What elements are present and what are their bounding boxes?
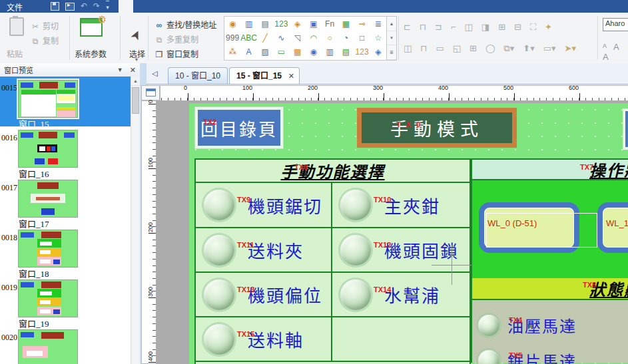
object-icon[interactable]: ▦ [294,48,301,56]
align-icon[interactable]: ⊓ [420,43,427,54]
align-icon[interactable]: ⌐ [451,22,456,33]
align-icon[interactable]: ◱ [453,43,461,54]
lamp-sphere[interactable] [204,235,234,266]
align-icon[interactable]: ⊏ [404,22,411,33]
object-icon[interactable]: ▤ [261,20,268,28]
object-icon[interactable]: ◉ [229,20,236,28]
object-icon[interactable]: ▥ [245,20,252,28]
scrollbar-thumb[interactable] [132,87,139,114]
lamp-sphere[interactable] [204,190,234,220]
function-cell[interactable]: 送料夾 TX11 [196,228,332,273]
find-replace-address-button[interactable]: ∞查找/替换地址 [155,19,216,30]
ribbon-tab[interactable] [148,0,162,13]
tab-window-15[interactable]: 15 - 窗口_15✕ [229,67,300,84]
gallery-scroll-button[interactable]: ≣ [387,45,396,60]
object-icon[interactable]: ▨ [261,48,268,56]
window-thumbnail[interactable] [18,180,78,218]
object-icon[interactable]: ◈ [375,48,381,56]
window-copy-button[interactable]: ❐窗口复制 [155,48,198,59]
status-lamp[interactable]: 油壓馬達 TX4 [478,313,577,337]
object-icon[interactable]: ABC [240,34,257,42]
function-cell[interactable]: 機頭固鎖 TX12 [332,228,470,273]
tab-window-10[interactable]: 10 - 窗口_10 [168,67,228,84]
function-cell[interactable]: 水幫浦 TX14 [332,273,470,317]
window-thumbnail[interactable] [18,329,78,364]
align-icon[interactable]: ◨ [481,22,489,33]
object-icon[interactable]: ☆ [374,34,382,42]
window-thumbnail[interactable] [18,230,78,268]
ribbon-tab[interactable] [119,0,133,13]
ribbon-tab[interactable] [162,0,177,13]
scroll-up-icon[interactable]: ▲ [131,77,140,86]
window-list-item[interactable]: 0020 [0,326,131,364]
align-icon[interactable]: ◫ [404,43,412,54]
window-list-item[interactable]: 0016 窗口_16 [0,126,131,176]
object-icon[interactable]: 123 [356,48,369,56]
top-right-button-sliver[interactable] [623,108,628,150]
back-to-menu-button[interactable]: 回目錄頁 TX2 [195,107,283,148]
copy-button[interactable]: ⧉复制 [31,35,59,46]
object-icon[interactable]: ◠ [310,34,317,42]
export-icon[interactable] [65,3,75,11]
window-list-item[interactable]: 0015 窗口_15 [0,77,131,126]
ruler-corner-button[interactable] [141,85,160,100]
tab-scroll-left-icon[interactable]: ◁ [152,69,157,78]
object-icon[interactable]: ╱ [262,34,267,42]
ribbon-tab[interactable] [177,0,192,13]
redo-icon[interactable]: ↷ [93,0,100,13]
align-icon[interactable]: ⧉▾ [504,43,515,54]
function-cell[interactable]: 主夾鉗 TX10 [332,183,470,228]
paste-icon[interactable] [9,17,24,36]
align-icon[interactable]: ◫ [465,22,473,33]
window-thumbnail[interactable] [18,80,78,118]
lamp-sphere[interactable] [340,235,371,266]
undo-icon[interactable]: ↶ [81,0,87,13]
font-size-buttons[interactable]: ᴬA A [603,42,628,62]
object-icon[interactable]: ▤ [342,48,350,56]
function-cell[interactable]: 機頭偏位 TX13 [196,273,332,317]
object-icon[interactable]: ▦ [342,20,350,28]
system-parameters-button[interactable]: 系统参数 [75,48,107,59]
object-icon[interactable]: ≣ [375,20,382,28]
window-list-item[interactable]: 0019 窗口_19 [0,276,131,326]
object-icon[interactable]: 999 [226,34,239,42]
align-icon[interactable]: ⊓ [420,22,426,33]
status-lamp[interactable]: 鋸片馬達 TX5 [478,349,577,364]
tab-close-icon[interactable]: ✕ [288,68,294,84]
object-icon[interactable]: Fn [325,20,334,28]
window-thumbnail[interactable] [18,130,78,168]
gallery-scroll-button[interactable]: ▲ [387,17,396,31]
ribbon-tab[interactable] [192,0,206,13]
align-icon[interactable]: ⛶ [530,22,536,33]
function-cell[interactable]: 機頭鋸切 TX9 [196,183,332,228]
ribbon-tab[interactable] [133,0,148,13]
selection-rectangle[interactable] [486,213,597,248]
panel-dropdown-icon[interactable]: ▼ [117,67,123,73]
paste-button[interactable]: 粘贴 [7,48,23,59]
object-icon[interactable]: 123 [274,20,288,28]
object-icon[interactable]: ⊸ [359,20,366,28]
cut-button[interactable]: ✂剪切 [31,20,59,31]
object-icon[interactable]: ◹ [294,34,300,42]
align-icon[interactable]: ➤▾ [565,43,576,54]
panel-scrollbar[interactable]: ▲ [131,77,140,364]
object-icon[interactable]: ⁂ [228,48,236,56]
align-icon[interactable]: ⊟ [514,22,521,33]
object-icon[interactable]: ▥ [326,48,333,56]
align-icon[interactable]: ▭ [436,43,444,54]
align-icon[interactable]: ⬆▾ [523,43,534,54]
panel-close-icon[interactable]: ✕ [130,66,136,75]
align-icon[interactable]: ⊞ [470,43,477,54]
align-icon[interactable]: ⊐ [435,22,442,33]
object-icon[interactable]: ▣ [310,20,317,28]
object-icon[interactable]: ∿ [278,34,284,42]
customize-toolbar-icon[interactable]: ▾ [106,1,109,14]
lamp-sphere[interactable] [204,279,234,310]
system-parameters-icon[interactable]: ⚙ [80,18,103,37]
font-name-select[interactable]: Aharo [603,18,628,31]
file-menu[interactable]: 文件 [0,0,32,13]
select-cursor-icon[interactable]: ➤ [127,27,145,43]
ribbon-tab[interactable] [206,0,221,13]
object-icon[interactable]: ▭ [278,48,285,56]
multi-copy-button[interactable]: ⧉多重复制 [155,33,198,45]
